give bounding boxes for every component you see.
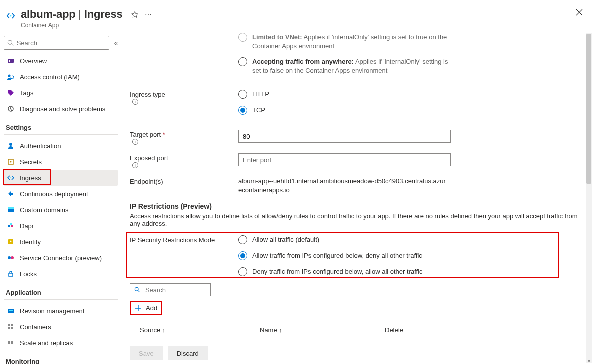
radio-icon[interactable]: [238, 90, 248, 99]
scale-icon: [7, 339, 15, 347]
svg-text:i: i: [135, 140, 136, 144]
collapse-sidebar-icon[interactable]: «: [114, 40, 118, 47]
radio-allow-configured[interactable]: Allow traffic from IPs configured below,…: [238, 252, 589, 260]
main-content: Limited to VNet: Applies if 'internalOnl…: [122, 33, 593, 364]
endpoint-value: album-app--uehtfd1.internal.ambitiousmea…: [238, 177, 448, 194]
radio-anywhere[interactable]: Accepting traffic from anywhere: Applies…: [238, 58, 589, 75]
sidebar-item-scale[interactable]: Scale and replicas: [4, 335, 118, 351]
sidebar-item-serviceconnector[interactable]: Service Connector (preview): [4, 250, 118, 266]
svg-text:i: i: [135, 100, 136, 104]
svg-point-6: [11, 76, 14, 79]
radio-icon[interactable]: [238, 252, 248, 260]
svg-text:i: i: [135, 164, 136, 168]
svg-rect-16: [12, 226, 14, 228]
sidebar-item-containers[interactable]: Containers: [4, 319, 118, 335]
svg-point-1: [8, 40, 12, 44]
col-name[interactable]: Name↑: [260, 326, 385, 334]
radio-icon[interactable]: [238, 268, 248, 276]
svg-rect-23: [8, 309, 14, 314]
svg-marker-12: [8, 192, 14, 196]
sidebar: « Overview Access control (IAM) Tags Dia…: [0, 33, 122, 364]
radio-icon[interactable]: [238, 106, 248, 115]
svg-rect-27: [8, 328, 10, 330]
sidebar-item-secrets[interactable]: Secrets: [4, 154, 118, 170]
identity-icon: [7, 238, 15, 246]
containers-icon: [7, 323, 15, 331]
svg-rect-14: [8, 208, 14, 209]
sidebar-item-dapr[interactable]: Dapr: [4, 218, 118, 234]
connector-icon: [7, 254, 15, 262]
radio-tcp[interactable]: TCP: [238, 106, 589, 115]
svg-point-10: [10, 162, 12, 163]
label-exposed-port: Exposed port i: [126, 154, 238, 169]
discard-button[interactable]: Discard: [168, 346, 208, 360]
input-exposed-port[interactable]: [238, 154, 451, 166]
add-button[interactable]: Add: [131, 302, 162, 314]
sidebar-section-monitoring: Monitoring: [6, 358, 118, 364]
close-icon[interactable]: [576, 9, 583, 16]
lock-icon: [7, 270, 15, 278]
svg-point-0: [10, 16, 12, 17]
svg-rect-3: [8, 59, 14, 63]
radio-deny-configured[interactable]: Deny traffic from IPs configured below, …: [238, 268, 589, 276]
dapr-icon: [7, 222, 15, 230]
scroll-down-icon[interactable]: ▾: [586, 358, 592, 364]
svg-rect-17: [10, 224, 12, 226]
sidebar-item-locks[interactable]: Locks: [4, 266, 118, 282]
sort-up-icon: ↑: [280, 328, 282, 334]
scrollbar-thumb[interactable]: [586, 34, 592, 184]
svg-point-19: [10, 241, 12, 242]
info-icon[interactable]: i: [132, 98, 139, 106]
overview-icon: [7, 57, 15, 65]
radio-http[interactable]: HTTP: [238, 90, 589, 99]
sidebar-item-domains[interactable]: Custom domains: [4, 202, 118, 218]
info-icon[interactable]: i: [132, 162, 139, 169]
input-target-port[interactable]: [238, 130, 451, 143]
sidebar-item-diagnose[interactable]: Diagnose and solve problems: [4, 101, 118, 117]
label-endpoints: Endpoint(s): [126, 177, 238, 194]
svg-rect-29: [8, 342, 10, 344]
auth-icon: [7, 142, 15, 150]
ip-table: Source↑ Name↑ Delete: [130, 322, 585, 340]
sidebar-item-revisions[interactable]: Revision management: [4, 303, 118, 319]
ip-search-input[interactable]: [130, 284, 211, 296]
ingress-icon: [7, 174, 15, 182]
secrets-icon: [7, 158, 15, 166]
sidebar-item-tags[interactable]: Tags: [4, 85, 118, 101]
sidebar-item-overview[interactable]: Overview: [4, 53, 118, 69]
sidebar-search-input[interactable]: [4, 36, 110, 50]
favorite-star-icon[interactable]: [131, 11, 139, 19]
svg-line-38: [138, 291, 140, 292]
col-source[interactable]: Source↑: [140, 326, 260, 334]
svg-rect-4: [9, 60, 10, 62]
iam-icon: [7, 73, 15, 81]
tag-icon: [7, 89, 15, 97]
col-delete: Delete: [385, 326, 435, 334]
sort-up-icon: ↑: [162, 328, 166, 334]
radio-icon: [238, 33, 248, 42]
sidebar-section-application: Application: [6, 289, 118, 296]
scrollbar[interactable]: ▴ ▾: [586, 33, 592, 363]
svg-rect-22: [9, 274, 13, 276]
sidebar-item-iam[interactable]: Access control (IAM): [4, 69, 118, 85]
save-button[interactable]: Save: [130, 346, 163, 360]
plus-icon: [135, 305, 142, 312]
radio-limited-vnet: Limited to VNet: Applies if 'internalOnl…: [238, 33, 589, 50]
diagnose-icon: [7, 105, 15, 113]
info-icon[interactable]: i: [132, 138, 139, 146]
sidebar-item-authentication[interactable]: Authentication: [4, 138, 118, 154]
radio-allow-all[interactable]: Allow all traffic (default): [238, 236, 589, 244]
svg-rect-26: [12, 324, 14, 326]
svg-rect-30: [12, 342, 14, 344]
radio-icon[interactable]: [238, 236, 248, 244]
sidebar-item-ingress[interactable]: Ingress: [4, 170, 118, 186]
svg-point-5: [8, 75, 11, 78]
search-icon: [134, 286, 140, 294]
svg-point-20: [8, 256, 11, 260]
radio-icon[interactable]: [238, 58, 248, 66]
highlight-add: Add: [130, 302, 162, 315]
more-icon[interactable]: ⋯: [145, 11, 152, 19]
sidebar-item-identity[interactable]: Identity: [4, 234, 118, 250]
ip-restrictions-desc: Access restrictions allow you to define …: [130, 212, 589, 228]
sidebar-item-cd[interactable]: Continuous deployment: [4, 186, 118, 202]
